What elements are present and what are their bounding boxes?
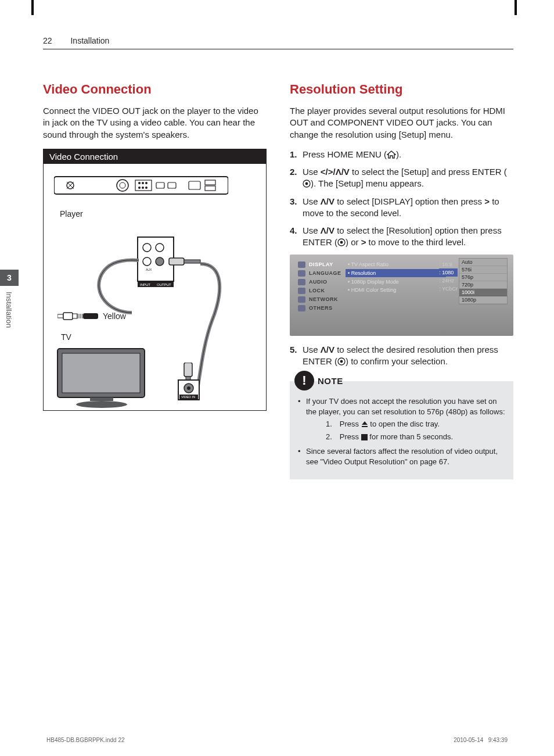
tv-video-in-icon: VIDEO IN	[177, 363, 221, 403]
yellow-label: Yellow	[103, 311, 126, 321]
svg-rect-54	[361, 434, 368, 440]
enter-icon	[303, 180, 311, 188]
note-bullet-2: Since several factors affect the resolut…	[298, 446, 505, 467]
video-connection-diagram: Video Connection	[43, 149, 267, 411]
svg-point-52	[340, 360, 343, 363]
page-footer: HB485-DB.BGBRPPK.indd 22 2010-05-14 9:43…	[46, 737, 508, 743]
resolution-setting-intro: The player provides several output resol…	[290, 105, 513, 141]
eject-icon	[361, 421, 368, 428]
right-arrow: >	[484, 196, 490, 206]
step-1: Press HOME MENU ().	[290, 149, 513, 160]
note-bullet-1: If your TV does not accept the resolutio…	[298, 396, 505, 442]
tv-icon	[55, 346, 160, 410]
svg-rect-30	[73, 314, 77, 318]
resolution-setting-heading: Resolution Setting	[290, 82, 513, 97]
resolution-steps-cont: Use Λ/V to select the desired resolution…	[290, 344, 513, 368]
svg-point-5	[138, 182, 141, 184]
svg-rect-0	[54, 177, 228, 194]
arrow-keys: Λ/V	[321, 225, 334, 235]
svg-rect-29	[63, 313, 73, 320]
chapter-number: 3	[0, 270, 19, 286]
svg-rect-38	[90, 397, 113, 401]
rca-plug-icon	[57, 310, 99, 322]
arrow-keys: Λ/V	[321, 196, 334, 206]
setup-menu-screenshot: DISPLAYLANGUAGEAUDIOLOCKNETWORKOTHERS • …	[290, 255, 513, 336]
svg-point-7	[145, 182, 148, 184]
note-substep-1: 1. Press to open the disc tray.	[306, 419, 505, 429]
player-label: Player	[60, 209, 83, 218]
chapter-label: Installation	[0, 286, 18, 328]
resolution-steps: Press HOME MENU (). Use </>/Λ/V to selec…	[290, 149, 513, 249]
arrow-keys: </>/Λ/V	[321, 167, 350, 177]
svg-point-6	[142, 182, 144, 184]
svg-rect-37	[62, 353, 140, 393]
right-column: Resolution Setting The player provides s…	[290, 82, 513, 479]
player-icon	[54, 174, 228, 198]
footer-time: 9:43:39	[488, 737, 508, 743]
note-label: NOTE	[318, 376, 343, 386]
note-box: ! NOTE If your TV does not accept the re…	[290, 381, 513, 479]
svg-point-9	[142, 187, 144, 189]
step-4: Use Λ/V to select the [Resolution] optio…	[290, 225, 513, 249]
page-number: 22	[43, 36, 52, 45]
side-tab: 3 Installation	[0, 270, 19, 328]
header-title: Installation	[70, 36, 109, 45]
svg-point-48	[305, 182, 308, 185]
svg-text:VIDEO IN: VIDEO IN	[181, 395, 195, 399]
svg-rect-53	[362, 426, 368, 427]
note-icon: !	[294, 371, 314, 390]
arrow-keys: Λ/V	[321, 345, 334, 354]
footer-date: 2010-05-14	[454, 737, 483, 743]
video-connection-intro: Connect the VIDEO OUT jack on the player…	[43, 105, 267, 141]
diagram-title: Video Connection	[44, 149, 266, 164]
svg-point-39	[76, 401, 127, 408]
footer-file: HB485-DB.BGBRPPK.indd 22	[46, 737, 125, 743]
svg-point-50	[340, 241, 343, 244]
enter-icon	[337, 238, 346, 246]
step-5: Use Λ/V to select the desired resolution…	[290, 344, 513, 368]
yellow-plug: Yellow	[57, 310, 126, 322]
stop-icon	[361, 434, 368, 440]
page-header: 22 Installation	[43, 36, 513, 49]
tv-label: TV	[61, 332, 71, 342]
svg-point-8	[138, 187, 141, 189]
svg-rect-28	[57, 314, 63, 318]
enter-icon	[337, 357, 346, 366]
svg-rect-35	[83, 313, 98, 319]
home-icon	[387, 151, 396, 159]
left-column: Video Connection Connect the VIDEO OUT j…	[43, 82, 267, 479]
svg-rect-40	[184, 363, 192, 377]
step-2: Use </>/Λ/V to select the [Setup] and pr…	[290, 166, 513, 190]
svg-point-10	[145, 187, 148, 189]
video-connection-heading: Video Connection	[43, 82, 267, 97]
svg-point-44	[187, 386, 190, 390]
note-substep-2: 2. Press for more than 5 seconds.	[306, 432, 505, 442]
step-3: Use Λ/V to select [DISPLAY] option then …	[290, 196, 513, 220]
